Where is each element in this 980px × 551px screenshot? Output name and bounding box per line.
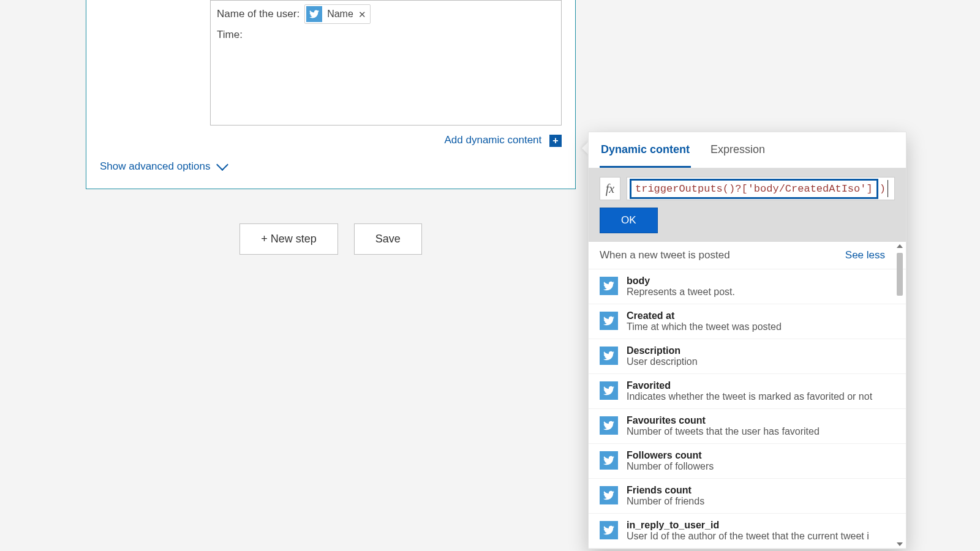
expression-input[interactable]: triggerOutputs()?['body/CreatedAtIso'] ): [627, 177, 895, 200]
item-text: Followers countNumber of followers: [627, 450, 885, 472]
action-card: Name of the user: Name ✕ Time: Add dynam…: [86, 0, 576, 189]
text-caret: [888, 180, 888, 197]
item-name: Favorited: [627, 380, 885, 391]
time-label: Time:: [217, 28, 243, 42]
input-line-name: Name of the user: Name ✕: [217, 4, 555, 24]
item-name: body: [627, 276, 885, 287]
twitter-icon: [600, 521, 618, 539]
twitter-icon: [600, 381, 618, 400]
expression-selected-text: triggerOutputs()?['body/CreatedAtIso']: [630, 179, 878, 199]
group-title: When a new tweet is posted: [600, 249, 730, 261]
twitter-icon: [600, 486, 618, 504]
message-input[interactable]: Name of the user: Name ✕ Time:: [210, 0, 562, 126]
item-desc: Number of tweets that the user has favor…: [627, 426, 885, 437]
dynamic-content-item[interactable]: Followers countNumber of followers: [589, 444, 906, 479]
dynamic-content-picker: Dynamic content Expression fx triggerOut…: [588, 132, 907, 549]
group-header: When a new tweet is posted See less: [589, 242, 906, 269]
expression-area: fx triggerOutputs()?['body/CreatedAtIso'…: [589, 168, 906, 242]
add-dynamic-content-link[interactable]: Add dynamic content: [445, 134, 542, 146]
item-text: Created atTime at which the tweet was po…: [627, 310, 885, 332]
item-name: in_reply_to_user_id: [627, 520, 885, 531]
name-label: Name of the user:: [217, 7, 300, 21]
save-button[interactable]: Save: [354, 223, 422, 255]
item-desc: Number of friends: [627, 496, 885, 507]
item-text: Friends countNumber of friends: [627, 485, 885, 507]
item-desc: Number of followers: [627, 461, 885, 472]
item-name: Friends count: [627, 485, 885, 496]
twitter-icon: [600, 416, 618, 435]
dynamic-content-item[interactable]: Friends countNumber of friends: [589, 479, 906, 514]
item-text: bodyRepresents a tweet post.: [627, 276, 885, 298]
expression-trail: ): [878, 183, 886, 195]
token-name[interactable]: Name ✕: [304, 4, 371, 24]
expression-row: fx triggerOutputs()?['body/CreatedAtIso'…: [600, 177, 895, 200]
tab-expression[interactable]: Expression: [709, 132, 766, 168]
item-text: DescriptionUser description: [627, 345, 885, 367]
input-line-time: Time:: [217, 28, 555, 42]
twitter-icon: [600, 277, 618, 295]
scrollbar[interactable]: [895, 243, 905, 547]
fx-icon: fx: [600, 177, 620, 200]
token-label: Name: [327, 7, 353, 21]
item-name: Created at: [627, 310, 885, 321]
twitter-icon: [600, 451, 618, 470]
tab-dynamic-content[interactable]: Dynamic content: [600, 132, 691, 168]
item-name: Followers count: [627, 450, 885, 461]
item-name: Description: [627, 345, 885, 356]
item-desc: Indicates whether the tweet is marked as…: [627, 391, 885, 402]
dynamic-content-item[interactable]: bodyRepresents a tweet post.: [589, 269, 906, 304]
item-desc: User description: [627, 356, 885, 367]
token-remove-icon[interactable]: ✕: [358, 8, 366, 21]
item-text: FavoritedIndicates whether the tweet is …: [627, 380, 885, 402]
twitter-icon: [600, 347, 618, 365]
item-desc: User Id of the author of the tweet that …: [627, 531, 885, 542]
add-dynamic-row: Add dynamic content +: [86, 134, 562, 147]
dynamic-content-item[interactable]: DescriptionUser description: [589, 339, 906, 374]
item-name: Favourites count: [627, 415, 885, 426]
twitter-icon: [306, 6, 322, 22]
see-less-link[interactable]: See less: [845, 249, 885, 261]
action-body: Name of the user: Name ✕ Time:: [86, 0, 575, 126]
dynamic-content-item[interactable]: in_reply_to_user_idUser Id of the author…: [589, 514, 906, 549]
scroll-down-icon[interactable]: [897, 542, 903, 546]
dynamic-content-item[interactable]: Created atTime at which the tweet was po…: [589, 304, 906, 339]
advanced-label: Show advanced options: [100, 160, 211, 173]
item-text: in_reply_to_user_idUser Id of the author…: [627, 520, 885, 542]
chevron-down-icon: [216, 159, 228, 171]
add-dynamic-plus-icon[interactable]: +: [549, 135, 562, 147]
dynamic-content-item[interactable]: Favourites countNumber of tweets that th…: [589, 409, 906, 444]
dynamic-content-item[interactable]: FavoritedIndicates whether the tweet is …: [589, 374, 906, 409]
twitter-icon: [600, 312, 618, 330]
dynamic-content-list: When a new tweet is posted See less body…: [589, 242, 906, 549]
item-desc: Time at which the tweet was posted: [627, 321, 885, 332]
show-advanced-options[interactable]: Show advanced options: [100, 160, 575, 173]
footer-buttons: + New step Save: [86, 223, 576, 255]
picker-tabs: Dynamic content Expression: [589, 132, 906, 168]
scroll-up-icon[interactable]: [897, 244, 903, 248]
item-desc: Represents a tweet post.: [627, 287, 885, 298]
new-step-button[interactable]: + New step: [239, 223, 338, 255]
ok-button[interactable]: OK: [600, 208, 658, 233]
item-text: Favourites countNumber of tweets that th…: [627, 415, 885, 437]
scroll-thumb[interactable]: [897, 253, 903, 296]
